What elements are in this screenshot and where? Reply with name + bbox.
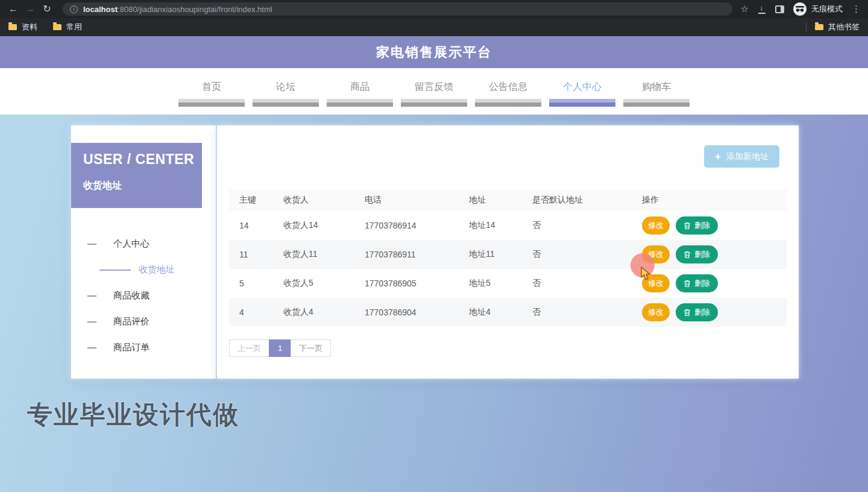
tab-underline bbox=[401, 99, 467, 107]
table-header-row: 主键收货人电话地址是否默认地址操作 bbox=[229, 189, 787, 211]
user-panel-subtitle: 收货地址 bbox=[83, 180, 202, 192]
cell-address: 地址4 bbox=[469, 298, 532, 327]
cursor-icon bbox=[640, 266, 652, 283]
back-icon[interactable]: ← bbox=[6, 0, 20, 18]
address-table: 主键收货人电话地址是否默认地址操作 14收货人1417703786914地址14… bbox=[229, 189, 787, 327]
dash-icon bbox=[87, 244, 96, 245]
cell-is_default: 否 bbox=[532, 298, 642, 327]
nav-tabs: 首页论坛商品留言反馈公告信息个人中心购物车 bbox=[178, 68, 690, 115]
pagination: 上一页 1 下一页 bbox=[229, 339, 331, 357]
delete-button[interactable]: 删除 bbox=[676, 216, 718, 235]
side-panel-icon[interactable] bbox=[775, 5, 784, 13]
other-bookmarks-label: 其他书签 bbox=[828, 22, 860, 33]
sidebar-item-label: 商品收藏 bbox=[113, 290, 149, 301]
tab-underline bbox=[623, 99, 690, 107]
trash-icon bbox=[684, 280, 691, 288]
column-header: 操作 bbox=[642, 189, 787, 211]
edit-button[interactable]: 修改 bbox=[642, 303, 670, 321]
page-background: USER / CENTER 收货地址 个人中心收货地址商品收藏商品评价商品订单 … bbox=[0, 115, 868, 492]
bookmarks-left: 资料常用 bbox=[8, 22, 82, 33]
forward-icon[interactable]: → bbox=[23, 0, 37, 18]
cell-actions: 修改删除 bbox=[642, 240, 787, 269]
tab-underline bbox=[178, 99, 245, 107]
sidebar-item[interactable]: 收货地址 bbox=[71, 257, 216, 283]
trash-icon bbox=[684, 251, 691, 259]
nav-tab-label: 论坛 bbox=[253, 81, 319, 93]
sidebar-item[interactable]: 商品收藏 bbox=[71, 283, 216, 309]
delete-label: 删除 bbox=[694, 278, 710, 289]
delete-button[interactable]: 删除 bbox=[676, 274, 718, 292]
bookmark-star-icon[interactable]: ☆ bbox=[741, 4, 749, 14]
column-header: 电话 bbox=[365, 189, 469, 211]
edit-button[interactable]: 修改 bbox=[642, 216, 670, 235]
reload-icon[interactable]: ↻ bbox=[40, 0, 54, 18]
cell-address: 地址5 bbox=[469, 269, 532, 298]
nav-tab-label: 个人中心 bbox=[549, 81, 615, 93]
folder-icon bbox=[8, 24, 17, 30]
info-icon[interactable]: i bbox=[70, 5, 78, 13]
sidebar-item-label: 商品订单 bbox=[113, 342, 149, 353]
nav-tab-label: 购物车 bbox=[623, 81, 690, 93]
cell-phone: 17703786904 bbox=[365, 298, 469, 327]
cell-id: 11 bbox=[229, 240, 283, 269]
delete-label: 删除 bbox=[694, 220, 710, 231]
next-page-button[interactable]: 下一页 bbox=[291, 339, 331, 357]
current-page-button[interactable]: 1 bbox=[269, 339, 291, 357]
delete-label: 删除 bbox=[694, 307, 710, 318]
tab-underline bbox=[549, 99, 615, 107]
cell-id: 5 bbox=[229, 269, 283, 298]
delete-button[interactable]: 删除 bbox=[676, 303, 718, 321]
nav-tab[interactable]: 首页 bbox=[178, 81, 245, 115]
browser-toolbar: ← → ↻ i localhost:8080/jiadianxiaoshoupi… bbox=[0, 0, 868, 18]
dash-icon bbox=[87, 295, 96, 297]
nav-tab-label: 首页 bbox=[178, 81, 245, 93]
download-icon[interactable] bbox=[758, 5, 766, 14]
cell-id: 4 bbox=[229, 298, 283, 327]
cell-is_default: 否 bbox=[532, 269, 642, 298]
column-header: 地址 bbox=[469, 189, 532, 211]
nav-band: 首页论坛商品留言反馈公告信息个人中心购物车 bbox=[0, 68, 868, 115]
nav-tab[interactable]: 公告信息 bbox=[475, 81, 541, 115]
browser-menu-icon[interactable]: ⋮ bbox=[852, 4, 861, 14]
bookmark-item[interactable]: 常用 bbox=[53, 22, 82, 33]
incognito-icon bbox=[793, 2, 807, 16]
dash-icon bbox=[87, 321, 96, 323]
table-body: 14收货人1417703786914地址14否修改删除11收货人11177037… bbox=[229, 211, 787, 327]
cell-consignee: 收货人14 bbox=[283, 211, 365, 240]
prev-page-button[interactable]: 上一页 bbox=[229, 339, 269, 357]
cell-address: 地址11 bbox=[469, 240, 532, 269]
delete-button[interactable]: 删除 bbox=[676, 245, 718, 263]
page-title: 家电销售展示平台 bbox=[376, 43, 492, 62]
other-bookmarks[interactable]: 其他书签 bbox=[815, 22, 860, 33]
bookmark-item[interactable]: 资料 bbox=[8, 22, 37, 33]
url-text: localhost:8080/jiadianxiaoshoupingtai/fr… bbox=[83, 5, 272, 14]
sidebar-menu: 个人中心收货地址商品收藏商品评价商品订单 bbox=[71, 231, 216, 361]
nav-tab[interactable]: 购物车 bbox=[623, 81, 690, 115]
cell-actions: 修改删除 bbox=[642, 298, 787, 327]
nav-tab-label: 公告信息 bbox=[475, 81, 541, 93]
nav-tab[interactable]: 商品 bbox=[327, 81, 393, 115]
cell-consignee: 收货人4 bbox=[283, 298, 365, 327]
add-address-button[interactable]: + 添加新地址 bbox=[704, 145, 779, 168]
bookmarks-right: 其他书签 bbox=[806, 22, 860, 33]
nav-tab[interactable]: 留言反馈 bbox=[401, 81, 467, 115]
sidebar: USER / CENTER 收货地址 个人中心收货地址商品收藏商品评价商品订单 bbox=[71, 125, 216, 379]
nav-tab[interactable]: 个人中心 bbox=[549, 81, 615, 115]
dash-icon bbox=[99, 270, 131, 271]
sidebar-item[interactable]: 商品评价 bbox=[71, 309, 216, 335]
sidebar-item[interactable]: 个人中心 bbox=[71, 231, 216, 257]
tab-underline bbox=[475, 99, 541, 107]
user-panel-title: USER / CENTER bbox=[83, 151, 202, 168]
cell-id: 14 bbox=[229, 211, 283, 240]
cell-is_default: 否 bbox=[532, 211, 642, 240]
nav-tab[interactable]: 论坛 bbox=[253, 81, 319, 115]
address-table-wrap: 主键收货人电话地址是否默认地址操作 14收货人1417703786914地址14… bbox=[229, 189, 787, 327]
sidebar-item[interactable]: 商品订单 bbox=[71, 335, 216, 361]
bookmark-label: 资料 bbox=[22, 22, 37, 33]
table-row: 5收货人517703786905地址5否修改删除 bbox=[229, 269, 787, 298]
url-bar[interactable]: i localhost:8080/jiadianxiaoshoupingtai/… bbox=[63, 2, 732, 16]
bookmark-label: 常用 bbox=[66, 22, 82, 33]
cell-consignee: 收货人11 bbox=[283, 240, 365, 269]
folder-icon bbox=[53, 24, 61, 30]
main-content: + 添加新地址 主键收货人电话地址是否默认地址操作 14收货人141770378… bbox=[217, 125, 799, 379]
